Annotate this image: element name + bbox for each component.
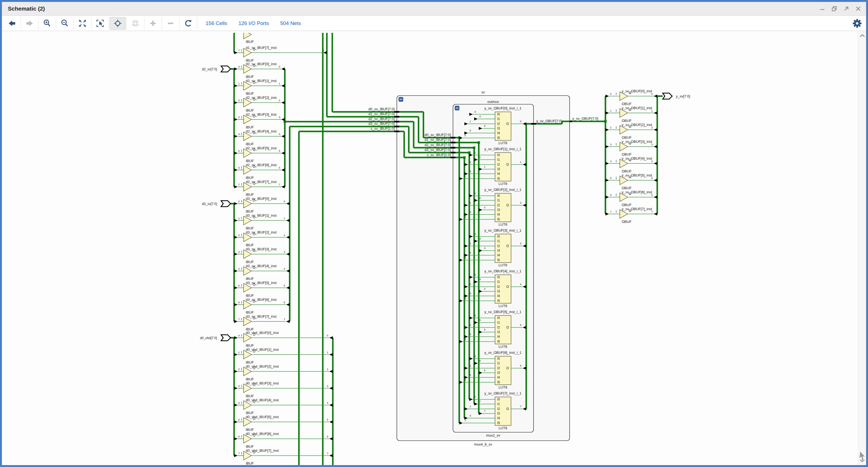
scroll-down-button[interactable] bbox=[859, 458, 866, 464]
restore-icon[interactable] bbox=[830, 5, 838, 13]
ibuf-cell-d0_vhd_IBUF[2]_inst[interactable]: 2IOd0_vhd_IBUF[2]_instIBUF2 bbox=[234, 364, 333, 381]
close-icon[interactable] bbox=[854, 5, 862, 13]
ibuf-cell-d2_sv_IBUF[1]_inst[interactable]: 1IOd2_sv_IBUF[1]_instIBUF1 bbox=[234, 79, 285, 95]
svg-text:5: 5 bbox=[610, 176, 611, 179]
ibuf-cell-d1_sv_IBUF[7]_inst[interactable]: 7IOIBUF7 bbox=[234, 48, 327, 62]
svg-text:I3: I3 bbox=[497, 289, 500, 293]
ibuf-cell-d2_sv_IBUF[4]_inst[interactable]: 4IOd2_sv_IBUF[4]_instIBUF4 bbox=[234, 129, 285, 146]
back-button[interactable] bbox=[4, 17, 20, 30]
svg-text:d1_sv_IBUF[7]_inst: d1_sv_IBUF[7]_inst bbox=[246, 46, 277, 50]
input-port-d0_vhd[7:0][interactable]: d0_vhd[7:0] bbox=[200, 335, 234, 341]
svg-text:I5: I5 bbox=[497, 380, 500, 384]
expand-button[interactable] bbox=[145, 17, 161, 30]
ibuf-cell-d3_sv_IBUF[4]_inst[interactable]: 4IOd3_sv_IBUF[4]_instIBUF4 bbox=[234, 264, 290, 281]
zoom-to-selection-button[interactable] bbox=[92, 17, 108, 30]
ibuf-cell-d0_vhd_IBUF[0]_inst[interactable]: 0IOd0_vhd_IBUF[0]_instIBUF0 bbox=[234, 331, 333, 348]
input-port-d3_sv[7:0][interactable]: d3_sv[7:0] bbox=[202, 201, 234, 207]
obuf-cell-y_sv_OBUF[5]_inst[interactable]: 5IOy_sv_OBUF[5]_instOBUF5 bbox=[606, 173, 657, 190]
ibuf-cell-d0_vhd_IBUF[7]_inst[interactable]: 7IOd0_vhd_IBUF[7]_instIBUF7 bbox=[234, 448, 333, 465]
svg-text:I: I bbox=[241, 317, 242, 321]
obuf-cell-y_sv_OBUF[6]_inst[interactable]: 6IOy_sv_OBUF[6]_instOBUF6 bbox=[606, 190, 657, 207]
svg-text:1: 1 bbox=[520, 160, 521, 164]
svg-text:d3_sv_IBUF[6]_inst: d3_sv_IBUF[6]_inst bbox=[246, 298, 277, 302]
ibuf-cell-d2_sv_IBUF[6]_inst[interactable]: 6IOd2_sv_IBUF[6]_instIBUF6 bbox=[234, 163, 285, 180]
ibuf-cell-d2_sv_IBUF[7]_inst[interactable]: 7IOd2_sv_IBUF[7]_instIBUF7 bbox=[234, 180, 285, 197]
ibuf-cell-d2_sv_IBUF[0]_inst[interactable]: 0IOd2_sv_IBUF[0]_instIBUF0 bbox=[234, 62, 285, 79]
svg-text:6: 6 bbox=[520, 364, 521, 367]
svg-text:6: 6 bbox=[474, 355, 476, 357]
svg-text:1: 1 bbox=[238, 351, 240, 354]
svg-text:OBUF: OBUF bbox=[622, 136, 631, 140]
svg-text:1: 1 bbox=[474, 151, 476, 154]
svg-text:d2_sv_IBUF[5]_inst: d2_sv_IBUF[5]_inst bbox=[246, 146, 277, 150]
ibuf-cell-d3_sv_IBUF[5]_inst[interactable]: 5IOd3_sv_IBUF[5]_instIBUF5 bbox=[234, 281, 290, 298]
zoom-fit-button[interactable] bbox=[74, 17, 90, 30]
obuf-cell-y_sv_OBUF[4]_inst[interactable]: 4IOy_sv_OBUF[4]_instOBUF4 bbox=[606, 156, 657, 173]
collapse-button[interactable] bbox=[163, 17, 179, 30]
svg-text:I4: I4 bbox=[497, 131, 500, 135]
ibuf-cell-d0_vhd_IBUF[6]_inst[interactable]: 6IOd0_vhd_IBUF[6]_instIBUF6 bbox=[234, 432, 333, 448]
obuf-cell-y_sv_OBUF[7]_inst[interactable]: 7IOy_sv_OBUF[7]_instOBUF7 bbox=[606, 207, 657, 224]
refresh-button[interactable] bbox=[180, 17, 196, 30]
zoom-in-button[interactable] bbox=[39, 17, 55, 30]
svg-text:2: 2 bbox=[279, 99, 280, 102]
svg-text:1: 1 bbox=[284, 217, 285, 220]
schematic-canvas[interactable]: d0_sv_IBUF[7:0]d1_sv_IBUF[7:0]d2_sv_IBUF… bbox=[2, 31, 866, 465]
settings-gear-icon[interactable] bbox=[851, 17, 863, 30]
svg-text:3: 3 bbox=[479, 237, 480, 240]
svg-text:I: I bbox=[241, 334, 242, 338]
ibuf-cell-d0_vhd_IBUF[4]_inst[interactable]: 4IOd0_vhd_IBUF[4]_instIBUF4 bbox=[234, 398, 333, 415]
ibuf-cell-d0_vhd_IBUF[3]_inst[interactable]: 3IOd0_vhd_IBUF[3]_instIBUF3 bbox=[234, 381, 333, 398]
toolbar-separator bbox=[56, 18, 56, 29]
expand-cone-button[interactable] bbox=[127, 17, 143, 30]
svg-text:I1: I1 bbox=[497, 117, 500, 121]
ibuf-group-2: d0_vhd[7:0]0IOd0_vhd_IBUF[0]_instIBUF01I… bbox=[200, 331, 333, 465]
ibuf-cell-d0_vhd_IBUF[1]_inst[interactable]: 1IOd0_vhd_IBUF[1]_instIBUF1 bbox=[234, 348, 333, 364]
ibuf-cell-d3_sv_IBUF[1]_inst[interactable]: 1IOd3_sv_IBUF[1]_instIBUF1 bbox=[234, 213, 290, 230]
nets-link[interactable]: 504 Nets bbox=[280, 20, 301, 26]
svg-text:6: 6 bbox=[238, 301, 240, 304]
float-icon[interactable] bbox=[842, 5, 850, 13]
minimize-icon[interactable] bbox=[818, 5, 827, 13]
ibuf-cell-d3_sv_IBUF[0]_inst[interactable]: 0IOd3_sv_IBUF[0]_instIBUF0 bbox=[234, 197, 290, 213]
zoom-out-button[interactable] bbox=[57, 17, 73, 30]
ibuf-cell-d2_sv_IBUF[3]_inst[interactable]: 3IOd2_sv_IBUF[3]_instIBUF3 bbox=[234, 112, 285, 129]
ibuf-cell-d0_vhd_IBUF[5]_inst[interactable]: 5IOd0_vhd_IBUF[5]_instIBUF5 bbox=[234, 415, 333, 432]
svg-text:OBUF: OBUF bbox=[622, 119, 631, 123]
collapse-block-button[interactable] bbox=[399, 97, 403, 101]
cells-link[interactable]: 156 Cells bbox=[206, 20, 227, 26]
output-port-y_sv[7:0][interactable]: y_sv[7:0] bbox=[663, 93, 690, 99]
svg-text:O: O bbox=[506, 285, 509, 289]
svg-text:7: 7 bbox=[610, 210, 611, 213]
collapse-block-button[interactable] bbox=[455, 106, 459, 110]
svg-text:1: 1 bbox=[238, 82, 240, 85]
svg-text:y_sv[7:0]: y_sv[7:0] bbox=[676, 94, 690, 98]
forward-button[interactable] bbox=[22, 17, 37, 30]
svg-text:I1: I1 bbox=[497, 321, 500, 324]
io-ports-link[interactable]: 126 I/O Ports bbox=[239, 20, 269, 26]
svg-text:I: I bbox=[616, 176, 617, 180]
obuf-cell-y_sv_OBUF[2]_inst[interactable]: 2IOy_sv_OBUF[2]_instOBUF2 bbox=[606, 123, 657, 140]
ibuf-cell-d3_sv_IBUF[2]_inst[interactable]: 2IOd3_sv_IBUF[2]_instIBUF2 bbox=[234, 230, 290, 247]
svg-text:I: I bbox=[241, 166, 242, 170]
svg-text:y_sv_OBUF[1]_inst_i_1: y_sv_OBUF[1]_inst_i_1 bbox=[485, 147, 522, 151]
input-port-d2_sv[7:0][interactable]: d2_sv[7:0] bbox=[202, 66, 234, 72]
ibuf-cell-d3_sv_IBUF[7]_inst[interactable]: 7IOd3_sv_IBUF[7]_instIBUF7 bbox=[234, 314, 290, 331]
svg-text:I: I bbox=[241, 300, 242, 304]
window-controls bbox=[818, 5, 862, 13]
svg-text:LUT6: LUT6 bbox=[499, 222, 507, 227]
ibuf-cell-d2_sv_IBUF[5]_inst[interactable]: 5IOd2_sv_IBUF[5]_instIBUF5 bbox=[234, 146, 285, 163]
obuf-cell-y_sv_OBUF[0]_inst[interactable]: 0IOy_sv_OBUF[0]_instOBUF0 bbox=[606, 89, 657, 106]
ibuf-cell-d2_sv_IBUF[2]_inst[interactable]: 2IOd2_sv_IBUF[2]_instIBUF2 bbox=[234, 95, 285, 112]
vertical-scrollbar[interactable] bbox=[858, 31, 866, 465]
schematic-drawing[interactable]: d0_sv_IBUF[7:0]d1_sv_IBUF[7:0]d2_sv_IBUF… bbox=[2, 33, 858, 465]
svg-text:4: 4 bbox=[610, 159, 611, 163]
obuf-cell-y_sv_OBUF[3]_inst[interactable]: 3IOy_sv_OBUF[3]_instOBUF3 bbox=[606, 140, 657, 156]
autofit-selection-button[interactable] bbox=[110, 17, 126, 30]
scroll-up-button[interactable] bbox=[859, 33, 866, 39]
svg-text:I: I bbox=[616, 210, 617, 214]
obuf-cell-y_sv_OBUF[1]_inst[interactable]: 1IOy_sv_OBUF[1]_instOBUF1 bbox=[606, 106, 657, 123]
ibuf-cell-d3_sv_IBUF[6]_inst[interactable]: 6IOd3_sv_IBUF[6]_instIBUF6 bbox=[234, 298, 290, 314]
ibuf-cell-d3_sv_IBUF[3]_inst[interactable]: 3IOd3_sv_IBUF[3]_instIBUF3 bbox=[234, 247, 290, 264]
schematic-toolbar: 156 Cells 126 I/O Ports 504 Nets bbox=[2, 16, 866, 31]
